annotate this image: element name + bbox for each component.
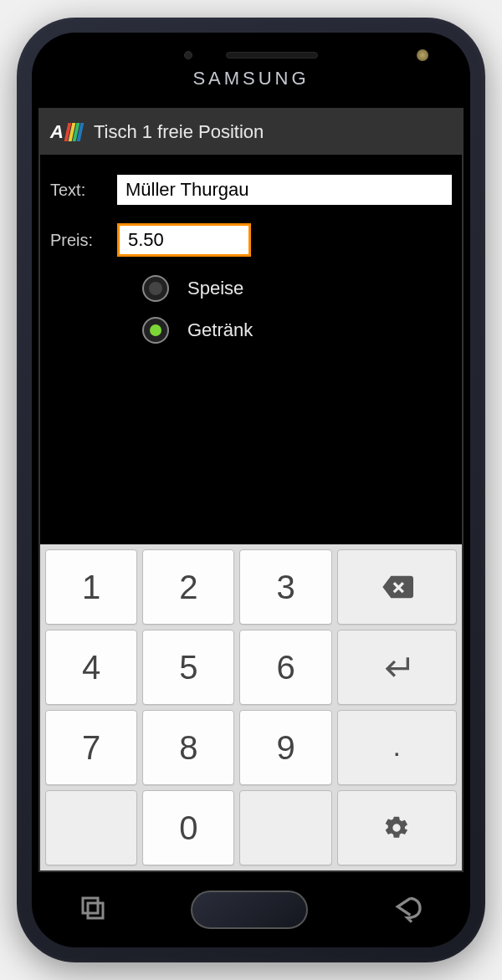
key-blank-left[interactable]	[45, 790, 137, 865]
flash-icon	[417, 49, 428, 61]
key-backspace[interactable]	[337, 549, 457, 625]
numeric-keyboard: 1 2 3 4 5 6 7 8 9 . 0	[40, 544, 462, 870]
key-4[interactable]: 4	[45, 630, 137, 705]
key-enter[interactable]	[337, 630, 457, 705]
phone-inner: SAMSUNG A Tisch 1 freie Position Text:	[32, 33, 470, 947]
key-8[interactable]: 8	[142, 710, 234, 785]
text-row: Text:	[50, 175, 452, 205]
key-blank-right[interactable]	[239, 790, 331, 865]
key-0[interactable]: 0	[142, 790, 234, 865]
radio-getraenk[interactable]	[142, 317, 169, 344]
key-6[interactable]: 6	[239, 630, 331, 705]
enter-icon	[380, 651, 413, 684]
svg-rect-1	[88, 903, 103, 918]
screen: A Tisch 1 freie Position Text: Preis:	[38, 108, 464, 872]
key-3[interactable]: 3	[239, 549, 331, 625]
app-title: Tisch 1 freie Position	[94, 121, 264, 143]
app-bar: A Tisch 1 freie Position	[40, 110, 462, 155]
text-input[interactable]	[117, 175, 452, 205]
svg-rect-0	[83, 898, 98, 913]
top-bezel: SAMSUNG	[32, 33, 470, 108]
radio-getraenk-row[interactable]: Getränk	[142, 317, 452, 344]
phone-frame: SAMSUNG A Tisch 1 freie Position Text:	[17, 18, 485, 962]
text-label: Text:	[50, 181, 109, 200]
key-1[interactable]: 1	[45, 549, 137, 625]
speaker-icon	[226, 52, 318, 59]
key-5[interactable]: 5	[142, 630, 234, 705]
back-button[interactable]	[391, 891, 424, 928]
price-label: Preis:	[50, 231, 109, 250]
app-logo-icon: A	[50, 121, 82, 143]
radio-speise-row[interactable]: Speise	[142, 275, 452, 302]
brand-label: SAMSUNG	[192, 68, 309, 89]
recent-apps-button[interactable]	[78, 893, 108, 926]
key-7[interactable]: 7	[45, 710, 137, 785]
radio-speise-label: Speise	[187, 278, 243, 299]
sensor-icon	[184, 51, 192, 59]
key-2[interactable]: 2	[142, 549, 234, 625]
radio-speise[interactable]	[142, 275, 169, 302]
form-content: Text: Preis: Speise Getr	[40, 155, 462, 544]
home-button[interactable]	[191, 891, 308, 929]
gear-icon	[383, 814, 410, 841]
price-row: Preis:	[50, 223, 452, 257]
price-input[interactable]	[117, 223, 251, 257]
bottom-bezel	[32, 872, 470, 947]
backspace-icon	[380, 570, 413, 604]
key-dot[interactable]: .	[337, 710, 457, 785]
radio-getraenk-label: Getränk	[187, 319, 253, 341]
category-radio-group: Speise Getränk	[142, 275, 452, 344]
key-settings[interactable]	[337, 790, 457, 865]
key-9[interactable]: 9	[239, 710, 331, 785]
